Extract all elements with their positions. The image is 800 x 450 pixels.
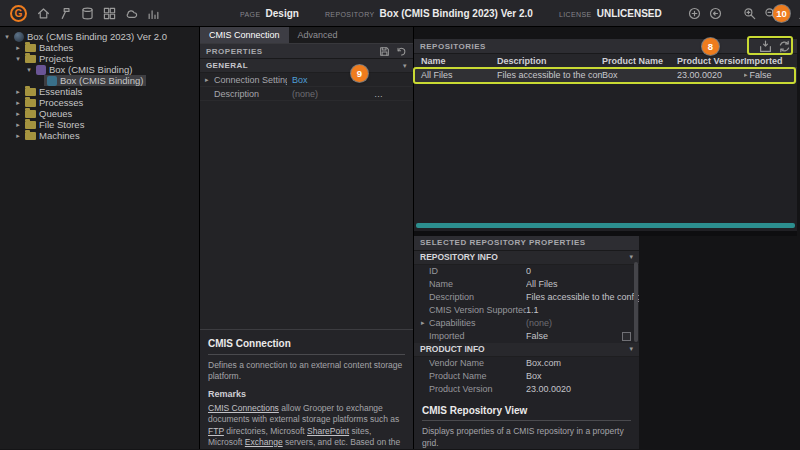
properties-header-label: PROPERTIES [206,47,263,56]
tree-item-label: Essentials [39,86,82,97]
expander-collapsed-icon[interactable]: ▸ [205,76,214,84]
property-value: Files accessible to the configured... [526,292,639,302]
empty-background [639,236,797,449]
tree-item-essentials[interactable]: ▸ Essentials [0,86,199,97]
help-text-segment: standard, Grooper's CMIS implementation … [208,448,399,449]
tree-item-label: Box (CMIS Binding) [49,64,132,75]
add-circle-icon[interactable] [688,7,701,20]
tab-bar: CMIS Connection Advanced [200,27,413,44]
repository-value: Box (CMIS Binding 2023) Ver 2.0 [380,8,533,19]
properties-header-buttons [379,46,407,57]
tree-item-machines[interactable]: ▸ Machines [0,130,199,141]
expander-collapsed-icon[interactable]: ▸ [14,110,22,118]
vertical-scrollbar-thumb[interactable] [634,262,638,342]
topbar-status: PAGE Design REPOSITORY Box (CMIS Binding… [240,8,688,19]
stats-icon[interactable] [147,7,160,20]
general-category-header[interactable]: GENERAL ▾ [200,59,413,73]
tree-item-label: File Stores [39,119,84,130]
property-label: Description [429,292,526,302]
column-header-imported[interactable]: Imported [744,56,797,66]
annotation-badge-8: 8 [702,38,719,55]
property-value: Box [526,371,639,381]
tree-item-batches[interactable]: ▸ Batches [0,42,199,53]
column-header-product-name[interactable]: Product Name [602,56,677,66]
save-icon[interactable] [379,46,390,57]
help-link[interactable]: Exchange [245,437,283,447]
folder-icon [25,121,36,129]
help-link[interactable]: CMIS Connections [208,403,279,413]
expander-expanded-icon[interactable]: ▾ [25,66,33,74]
help-text-segment: directories, Microsoft [224,426,307,436]
property-row-description[interactable]: Description (none) … [200,87,413,101]
property-row-product-name: Product Name Box [414,370,639,383]
property-row-connection-settings[interactable]: ▸ Connection Settings Box [200,73,413,87]
product-info-section-header[interactable]: PRODUCT INFO ▾ [414,343,639,357]
project-icon [36,65,46,75]
expander-collapsed-icon[interactable]: ▸ [14,44,22,52]
property-label: CMIS Version Supported [429,305,526,315]
property-label: ID [429,266,526,276]
tab-cmis-connection[interactable]: CMIS Connection [200,27,289,43]
modules-icon[interactable] [103,7,116,20]
property-row-id: ID 0 [414,265,639,278]
tree-item-label: Box (CMIS Binding) [60,75,143,86]
ellipsis-button[interactable]: … [374,89,383,99]
help-title: CMIS Connection [208,337,405,355]
properties-empty-area [200,101,413,329]
page-value: Design [266,8,299,19]
license-label: LICENSE [559,11,592,18]
help-link[interactable]: CMIS [208,448,229,449]
help-link[interactable]: SharePoint [307,426,349,436]
repository-info-section-header[interactable]: REPOSITORY INFO ▾ [414,251,639,265]
right-bottom-area: SELECTED REPOSITORY PROPERTIES REPOSITOR… [414,236,797,449]
tab-advanced[interactable]: Advanced [289,27,347,43]
grooper-logo: G [10,5,27,22]
repositories-table-header: Name Description Product Name Product Ve… [414,54,797,68]
property-label: Capabilities [429,318,526,328]
imported-checkbox[interactable] [622,332,631,341]
column-header-name[interactable]: Name [414,56,497,66]
property-label: Product Name [429,371,526,381]
help-paragraph: CMIS Connections allow Grooper to exchan… [208,403,405,449]
chevron-down-icon: ▾ [403,62,407,70]
property-row-product-version: Product Version 23.00.0020 [414,383,639,396]
expander-expanded-icon[interactable]: ▾ [14,55,22,63]
expander-collapsed-icon[interactable]: ▸ [14,99,22,107]
tree-item-box-cmis-binding-project[interactable]: ▾ Box (CMIS Binding) [0,64,199,75]
expander-collapsed-icon[interactable]: ▸ [14,88,22,96]
cloud-icon[interactable] [125,7,138,20]
database-icon[interactable] [81,7,94,20]
tools-icon[interactable] [59,7,72,20]
expander-collapsed-icon[interactable]: ▸ [421,319,429,327]
home-icon[interactable] [37,7,50,20]
zoom-in-icon[interactable] [743,7,756,20]
property-value: 23.00.0020 [526,384,639,394]
selected-repository-panel: SELECTED REPOSITORY PROPERTIES REPOSITOR… [414,236,639,449]
property-value: (none) [526,318,639,328]
expander-expanded-icon[interactable]: ▾ [3,33,11,41]
column-header-description[interactable]: Description [497,56,602,66]
tree-item-queues[interactable]: ▸ Queues [0,108,199,119]
expander-collapsed-icon[interactable]: ▸ [14,121,22,129]
tree-item-processes[interactable]: ▸ Processes [0,97,199,108]
property-label: Imported [429,331,526,341]
property-value[interactable]: Box [287,75,413,85]
repository-label: REPOSITORY [325,11,375,18]
tree-item-projects[interactable]: ▾ Projects [0,53,199,64]
tree-item-box-cmis-binding-connection[interactable]: Box (CMIS Binding) [0,75,199,86]
tree-item-root[interactable]: ▾ Box (CMIS Binding 2023) Ver 2.0 [0,31,199,42]
back-circle-icon[interactable] [709,7,722,20]
property-row-capabilities[interactable]: ▸ Capabilities (none) [414,317,639,330]
chevron-down-icon: ▾ [629,345,633,353]
property-value[interactable]: (none) [287,89,374,99]
column-header-product-version[interactable]: Product Version [677,56,744,66]
help-text: Displays properties of a CMIS repository… [422,426,631,449]
annotation-highlight-box-repository-row [413,67,796,84]
help-link[interactable]: FTP [208,426,224,436]
horizontal-scrollbar[interactable] [416,223,795,228]
tree-item-file-stores[interactable]: ▸ File Stores [0,119,199,130]
property-row-description: Description Files accessible to the conf… [414,291,639,304]
selected-repository-header-label: SELECTED REPOSITORY PROPERTIES [420,238,586,247]
undo-icon[interactable] [396,46,407,57]
expander-collapsed-icon[interactable]: ▸ [14,132,22,140]
